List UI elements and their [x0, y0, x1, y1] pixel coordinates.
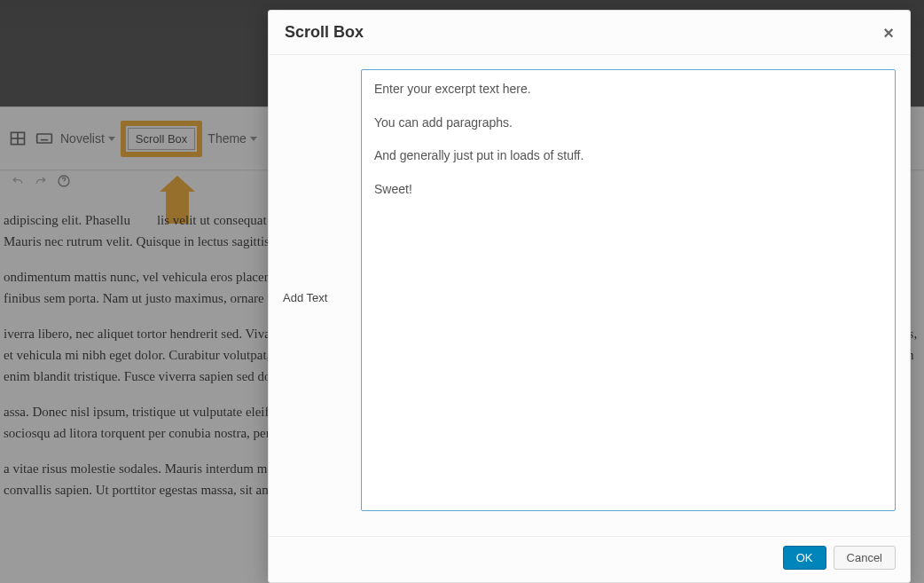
modal-title: Scroll Box	[285, 23, 364, 42]
scroll-box-modal: Scroll Box × Add Text Enter your excerpt…	[268, 10, 911, 583]
textarea-line: Sweet!	[374, 181, 882, 199]
textarea-line: You can add paragraphs.	[374, 114, 882, 132]
modal-body: Add Text Enter your excerpt text here. Y…	[269, 55, 910, 536]
textarea-line: And generally just put in loads of stuff…	[374, 147, 882, 165]
textarea-line: Enter your excerpt text here.	[374, 81, 882, 98]
add-text-label: Add Text	[283, 69, 347, 522]
modal-footer: OK Cancel	[269, 536, 910, 582]
ok-button[interactable]: OK	[783, 546, 826, 570]
modal-header: Scroll Box ×	[269, 11, 910, 55]
excerpt-textarea[interactable]: Enter your excerpt text here. You can ad…	[361, 69, 896, 511]
close-icon[interactable]: ×	[883, 24, 894, 42]
cancel-button[interactable]: Cancel	[834, 546, 896, 570]
